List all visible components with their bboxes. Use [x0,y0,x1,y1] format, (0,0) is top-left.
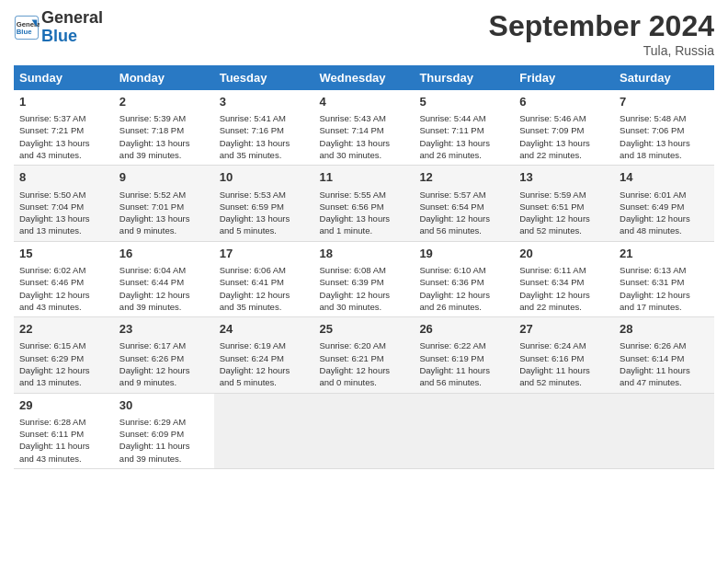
day-detail: Sunset: 6:39 PM [320,276,409,288]
day-detail: Sunset: 6:24 PM [220,352,309,364]
header: General Blue General Blue September 2024… [14,9,714,58]
day-detail: and 52 minutes. [519,376,609,388]
calendar-cell [214,393,314,468]
day-detail: Sunrise: 6:28 AM [19,416,108,428]
calendar-cell: 23Sunrise: 6:17 AMSunset: 6:26 PMDayligh… [114,317,214,393]
day-detail: Daylight: 13 hours [620,137,709,149]
day-detail: Daylight: 11 hours [620,364,709,376]
calendar-cell: 6Sunrise: 5:46 AMSunset: 7:09 PMDaylight… [514,90,614,166]
day-number: 10 [220,169,309,186]
calendar-cell: 27Sunrise: 6:24 AMSunset: 6:16 PMDayligh… [514,317,614,393]
calendar-cell: 12Sunrise: 5:57 AMSunset: 6:54 PMDayligh… [414,166,514,241]
day-detail: Sunset: 6:16 PM [519,352,609,364]
day-detail: Sunset: 7:18 PM [119,124,209,136]
day-detail: Sunrise: 5:57 AM [419,189,508,201]
calendar-table: SundayMondayTuesdayWednesdayThursdayFrid… [14,65,714,469]
day-detail: Sunrise: 5:55 AM [320,189,409,201]
page: General Blue General Blue September 2024… [0,0,728,478]
day-number: 24 [220,321,309,338]
title-section: September 2024 Tula, Russia [489,9,714,58]
day-detail: and 30 minutes. [320,301,409,313]
day-detail: Daylight: 13 hours [19,213,108,224]
day-detail: and 39 minutes. [119,149,209,161]
day-number: 3 [220,94,309,110]
day-number: 8 [19,169,108,186]
day-detail: and 13 minutes. [19,224,108,236]
calendar-cell: 22Sunrise: 6:15 AMSunset: 6:29 PMDayligh… [14,317,114,393]
calendar-cell: 15Sunrise: 6:02 AMSunset: 6:46 PMDayligh… [14,241,114,316]
day-number: 17 [220,246,309,262]
week-row-1: 1Sunrise: 5:37 AMSunset: 7:21 PMDaylight… [14,90,714,166]
day-detail: and 35 minutes. [220,301,309,313]
calendar-cell: 11Sunrise: 5:55 AMSunset: 6:56 PMDayligh… [314,166,415,241]
day-detail: and 5 minutes. [220,224,309,236]
day-detail: and 22 minutes. [519,149,609,161]
day-number: 11 [320,169,409,186]
day-number: 26 [419,321,508,338]
day-detail: and 56 minutes. [419,376,508,388]
day-detail: Sunset: 6:31 PM [620,276,709,288]
day-detail: Sunrise: 6:19 AM [220,339,309,351]
day-detail: and 1 minute. [320,224,409,236]
day-detail: and 5 minutes. [220,376,309,388]
day-detail: Daylight: 12 hours [519,213,609,224]
day-detail: and 39 minutes. [119,301,209,313]
month-title: September 2024 [489,9,714,43]
day-detail: Sunrise: 6:08 AM [320,264,409,276]
day-number: 14 [620,169,709,186]
day-detail: Sunrise: 6:15 AM [19,339,108,351]
day-detail: and 43 minutes. [19,453,108,465]
logo-text: General Blue [41,9,103,46]
day-number: 15 [19,246,108,262]
day-detail: and 9 minutes. [119,224,209,236]
calendar-cell: 18Sunrise: 6:08 AMSunset: 6:39 PMDayligh… [314,241,415,316]
day-number: 2 [119,94,209,110]
day-detail: Daylight: 13 hours [519,137,609,149]
calendar-cell: 1Sunrise: 5:37 AMSunset: 7:21 PMDaylight… [14,90,114,166]
day-detail: Sunrise: 5:52 AM [119,189,209,201]
day-detail: Daylight: 12 hours [519,289,609,301]
day-detail: Daylight: 12 hours [220,289,309,301]
calendar-cell: 30Sunrise: 6:29 AMSunset: 6:09 PMDayligh… [114,393,214,468]
day-detail: Daylight: 12 hours [220,364,309,376]
week-row-3: 15Sunrise: 6:02 AMSunset: 6:46 PMDayligh… [14,241,714,316]
day-detail: and 13 minutes. [19,376,108,388]
calendar-cell: 3Sunrise: 5:41 AMSunset: 7:16 PMDaylight… [214,90,314,166]
calendar-cell: 13Sunrise: 5:59 AMSunset: 6:51 PMDayligh… [514,166,614,241]
day-detail: and 39 minutes. [119,453,209,465]
day-detail: Daylight: 13 hours [220,137,309,149]
day-detail: Daylight: 13 hours [320,137,409,149]
day-detail: Sunrise: 6:10 AM [419,264,508,276]
calendar-cell [314,393,415,468]
day-detail: and 47 minutes. [620,376,709,388]
day-number: 18 [320,246,409,262]
day-detail: Sunset: 6:26 PM [119,352,209,364]
day-detail: Sunrise: 6:24 AM [519,339,609,351]
day-detail: and 52 minutes. [519,224,609,236]
calendar-cell [614,393,714,468]
day-detail: Sunset: 6:21 PM [320,352,409,364]
day-detail: Sunset: 7:04 PM [19,201,108,213]
day-number: 30 [119,397,209,414]
day-detail: Daylight: 13 hours [119,213,209,224]
day-detail: and 48 minutes. [620,224,709,236]
logo: General Blue General Blue [14,9,103,46]
day-detail: and 56 minutes. [419,224,508,236]
day-detail: Daylight: 11 hours [519,364,609,376]
day-detail: Sunrise: 5:44 AM [419,112,508,124]
day-detail: Daylight: 12 hours [320,364,409,376]
day-detail: Daylight: 13 hours [220,213,309,224]
day-detail: Sunset: 6:56 PM [320,201,409,213]
day-detail: Sunset: 6:59 PM [220,201,309,213]
day-detail: and 0 minutes. [320,376,409,388]
day-detail: and 30 minutes. [320,149,409,161]
day-detail: and 17 minutes. [620,301,709,313]
day-detail: Sunrise: 6:11 AM [519,264,609,276]
day-detail: Sunrise: 5:39 AM [119,112,209,124]
day-detail: Daylight: 12 hours [419,213,508,224]
calendar-cell: 9Sunrise: 5:52 AMSunset: 7:01 PMDaylight… [114,166,214,241]
day-number: 25 [320,321,409,338]
day-detail: Sunset: 6:49 PM [620,201,709,213]
day-detail: and 35 minutes. [220,149,309,161]
day-number: 23 [119,321,209,338]
